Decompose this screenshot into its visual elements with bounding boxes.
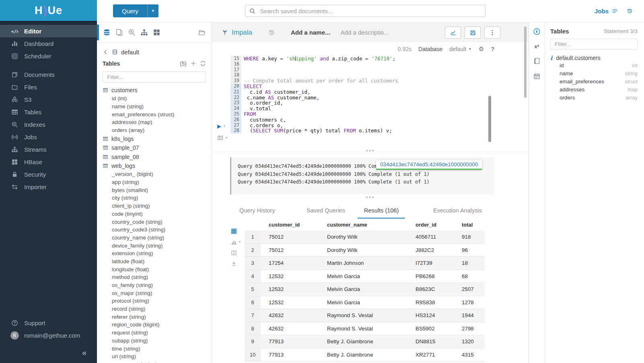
assist-column[interactable]: device_family (string) xyxy=(103,242,206,250)
tab-execution-analysis[interactable]: Execution Analysis xyxy=(427,205,488,218)
assist-database-breadcrumb[interactable]: default xyxy=(103,47,206,58)
assist-column[interactable]: os_major (string) xyxy=(103,289,206,297)
save-button[interactable] xyxy=(465,27,481,39)
right-panel-table[interactable]: i default.customers xyxy=(550,55,638,61)
info-icon[interactable]: i xyxy=(550,55,552,61)
sidebar-item-files[interactable]: Files xyxy=(0,81,97,93)
functions-superscript-icon[interactable]: x² xyxy=(534,44,539,49)
assist-column[interactable]: bytes (smallint) xyxy=(103,186,206,194)
editor-scrollbar[interactable] xyxy=(524,27,527,98)
search-plus-icon[interactable] xyxy=(128,29,136,36)
sidebar-item-hbase[interactable]: HBase xyxy=(0,156,97,168)
tab-results-106[interactable]: Results (106) xyxy=(358,205,405,219)
sidebar-item-indexes[interactable]: Indexes xyxy=(0,118,97,131)
download-icon[interactable] xyxy=(231,261,241,267)
settings-gear-icon[interactable]: ⚙ xyxy=(479,45,484,53)
help-icon[interactable]: ? xyxy=(491,46,494,52)
assist-column[interactable]: name (string) xyxy=(103,103,206,111)
sidebar-item-streams[interactable]: Streams xyxy=(0,143,97,156)
assist-column[interactable]: record (string) xyxy=(103,305,206,313)
sidebar-item-security[interactable]: Security xyxy=(0,168,97,181)
assist-column[interactable]: subapp (string) xyxy=(103,337,206,345)
documents-icon[interactable] xyxy=(115,29,123,36)
sidebar-item-jobs[interactable]: Jobs xyxy=(0,131,97,143)
assist-filter[interactable] xyxy=(103,71,206,82)
query-button[interactable]: Query ▼ xyxy=(113,4,158,17)
right-column-addresses[interactable]: addressesmap xyxy=(550,86,638,94)
sidebar-item-s3[interactable]: S3 xyxy=(0,93,97,106)
sitemap-icon[interactable] xyxy=(140,29,148,36)
more-actions-button[interactable]: ⋮ xyxy=(484,27,500,39)
assist-column[interactable]: _version_ (bigint) xyxy=(103,170,206,178)
refresh-icon[interactable] xyxy=(200,60,206,66)
schedule-calendar-icon[interactable] xyxy=(533,73,540,80)
assist-column[interactable]: method (string) xyxy=(103,273,206,281)
assist-column[interactable]: latitude (float) xyxy=(103,258,206,266)
assist-column[interactable]: country_name (string) xyxy=(103,234,206,242)
databases-icon[interactable] xyxy=(103,29,111,36)
chart-button[interactable] xyxy=(445,27,461,39)
right-column-name[interactable]: namestring xyxy=(550,69,638,77)
assist-column[interactable]: region_code (bigint) xyxy=(103,321,206,329)
explain-map-button[interactable]: ▼ xyxy=(217,135,228,141)
right-column-id[interactable]: idint xyxy=(550,61,638,69)
caret-down-icon[interactable]: ▼ xyxy=(225,136,228,140)
right-panel-filter[interactable] xyxy=(550,39,638,50)
tab-saved-queries[interactable]: Saved Queries xyxy=(300,205,352,218)
hue-logo[interactable]: H)Ue xyxy=(0,0,97,21)
folder-open-icon[interactable] xyxy=(198,29,206,36)
apps-grid-icon[interactable] xyxy=(153,29,160,36)
assist-column[interactable]: addresses (map) xyxy=(103,118,206,126)
execute-button[interactable]: ▶ ▼ xyxy=(217,123,226,129)
caret-down-icon[interactable]: ▼ xyxy=(223,124,226,128)
sidebar-item-importer[interactable]: Importer xyxy=(0,181,97,193)
assist-table-sample_07[interactable]: sample_07 xyxy=(103,143,206,152)
assist-column[interactable]: email_preferences (struct) xyxy=(103,111,206,119)
assist-column[interactable]: client_ip (string) xyxy=(103,202,206,210)
add-table-icon[interactable] xyxy=(190,60,196,66)
assist-column[interactable]: app (string) xyxy=(103,178,206,186)
right-panel-filter-input[interactable] xyxy=(554,41,634,47)
sidebar-item-dashboard[interactable]: Dashboard xyxy=(0,37,97,50)
assist-table-k8s_logs[interactable]: k8s_logs xyxy=(103,134,206,143)
global-search[interactable] xyxy=(245,5,486,17)
right-column-orders[interactable]: ordersarray xyxy=(550,94,638,102)
assist-table-customers[interactable]: customers xyxy=(103,86,206,95)
assist-column[interactable]: country_code (string) xyxy=(103,218,206,226)
tab-query-history[interactable]: Query History xyxy=(233,205,282,218)
query-id-tooltip[interactable]: 034d413ec7474ed5:4249de1000000000 xyxy=(376,160,482,170)
assist-filter-input[interactable] xyxy=(106,74,202,80)
database-select[interactable]: default▼ xyxy=(449,46,472,52)
assist-table-web_logs[interactable]: web_logs xyxy=(103,161,206,170)
assist-column[interactable]: orders (array) xyxy=(103,126,206,134)
search-input[interactable] xyxy=(259,7,481,15)
query-dropdown-caret[interactable]: ▼ xyxy=(147,4,158,17)
assist-column[interactable]: time (string) xyxy=(103,345,206,353)
columns-icon[interactable] xyxy=(231,250,241,256)
resize-handle[interactable]: ●●● xyxy=(366,195,374,199)
grid-view-icon[interactable] xyxy=(231,228,241,234)
assist-column[interactable]: request (string) xyxy=(103,329,206,337)
bar-chart-icon[interactable] xyxy=(231,239,237,245)
results-header-total[interactable]: total xyxy=(454,219,485,231)
assist-column[interactable]: longitude (float) xyxy=(103,266,206,274)
assist-column[interactable]: url (string) xyxy=(103,353,206,361)
compass-icon[interactable] xyxy=(533,28,541,35)
sql-code[interactable]: WHERE a.key = 'shipping' and a.zip_code … xyxy=(241,56,523,134)
assist-column[interactable]: country_code3 (string) xyxy=(103,226,206,234)
sidebar-item-editor[interactable]: </>Editor xyxy=(0,25,97,37)
collapse-sidebar-icon[interactable]: « xyxy=(82,348,86,357)
assist-column[interactable]: os_family (string) xyxy=(103,281,206,289)
assist-column[interactable]: protocol (string) xyxy=(103,297,206,305)
assist-column[interactable]: city (string) xyxy=(103,194,206,202)
sidebar-item-documents[interactable]: Documents xyxy=(0,68,97,81)
engine-selector[interactable]: Impala xyxy=(222,29,252,37)
right-column-email_preferences[interactable]: email_preferencesstruct xyxy=(550,77,638,85)
code-scrollbar[interactable] xyxy=(488,96,491,142)
assist-column[interactable]: referer (string) xyxy=(103,313,206,321)
resize-handle[interactable]: ●●● xyxy=(366,148,374,153)
assist-column[interactable]: extension (string) xyxy=(103,250,206,258)
history-icon[interactable] xyxy=(627,8,633,14)
assist-column[interactable]: id (int) xyxy=(103,95,206,103)
sidebar-item-support[interactable]: Support xyxy=(0,317,97,329)
